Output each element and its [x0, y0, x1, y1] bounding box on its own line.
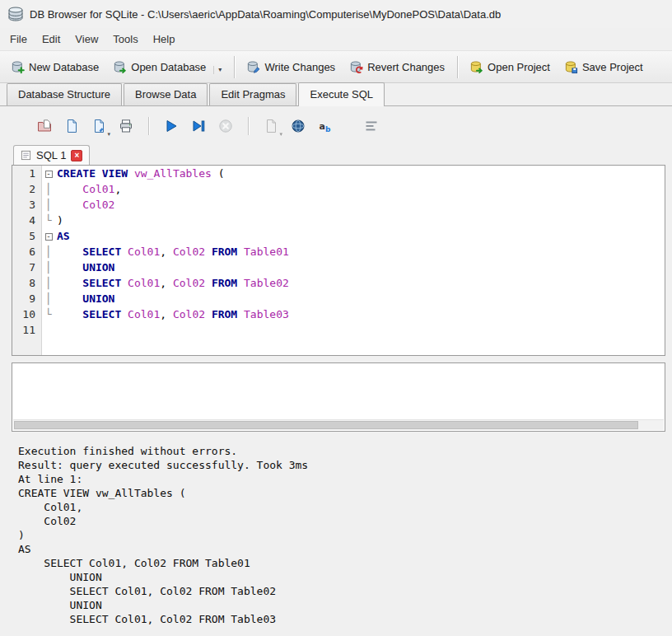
- main-tab-bar: Database StructureBrowse DataEdit Pragma…: [0, 83, 672, 106]
- code-text: [55, 322, 57, 338]
- editor-line[interactable]: 3│ Col02: [12, 197, 665, 213]
- execute-all-button[interactable]: [160, 115, 183, 137]
- log-line: Execution finished without errors.: [18, 444, 659, 458]
- code-text: UNION: [55, 291, 114, 306]
- open-project-icon: [469, 60, 483, 74]
- open-database-icon: [113, 60, 127, 74]
- menu-edit[interactable]: Edit: [35, 30, 68, 49]
- line-number: 10: [12, 306, 42, 322]
- format-sql-button[interactable]: [360, 115, 383, 137]
- log-line: Result: query executed successfully. Too…: [18, 458, 659, 472]
- save-project-icon: [564, 60, 578, 74]
- fold-marker: │: [42, 197, 55, 213]
- save-results-button[interactable]: ▾: [259, 115, 282, 137]
- line-number: 1: [12, 166, 42, 181]
- sql-toolbar: ▾▾ab: [7, 110, 667, 143]
- log-line: At line 1:: [18, 472, 659, 486]
- printer-icon: [119, 119, 133, 133]
- save-project-button[interactable]: Save Project: [558, 55, 651, 79]
- code-text: CREATE VIEW vw_AllTables (: [55, 166, 225, 181]
- fold-marker: │: [42, 260, 55, 275]
- code-text: SELECT Col01, Col02 FROM Table01: [55, 244, 289, 260]
- sql-tab[interactable]: SQL 1 ×: [13, 145, 90, 165]
- save-sql-file-button[interactable]: [60, 115, 83, 137]
- code-text: UNION: [55, 260, 114, 275]
- editor-line[interactable]: 2│ Col01,: [12, 181, 665, 197]
- fold-marker: [42, 322, 55, 338]
- menu-help[interactable]: Help: [146, 30, 183, 49]
- close-tab-icon[interactable]: ×: [71, 150, 82, 161]
- tab-browse-data[interactable]: Browse Data: [124, 83, 208, 105]
- stop-button[interactable]: [214, 115, 237, 137]
- execute-sql-panel: ▾▾ab SQL 1 × 1-CREATE VIEW vw_AllTables …: [0, 106, 672, 632]
- print-button[interactable]: [114, 115, 138, 137]
- editor-line[interactable]: 8│ SELECT Col01, Col02 FROM Table02: [12, 275, 665, 291]
- scrollbar-thumb[interactable]: [14, 421, 638, 429]
- window-title: DB Browser for SQLite - C:\Users\aeric\A…: [30, 8, 501, 21]
- fold-marker: └: [42, 213, 55, 228]
- autocomplete-button[interactable]: ab: [314, 115, 337, 137]
- fold-marker: │: [42, 291, 55, 306]
- log-line: UNION: [18, 598, 659, 612]
- open-project-button[interactable]: Open Project: [463, 55, 558, 79]
- attach-database-button[interactable]: [287, 115, 310, 137]
- line-number: 8: [12, 275, 42, 291]
- open-sql-file-button[interactable]: [33, 115, 56, 137]
- fold-marker: │: [42, 275, 55, 291]
- fold-marker: │: [42, 244, 55, 260]
- menu-tools[interactable]: Tools: [105, 30, 145, 49]
- fold-marker[interactable]: -: [42, 228, 55, 244]
- revert-changes-icon: [349, 60, 363, 74]
- menu-view[interactable]: View: [68, 30, 105, 49]
- open-file-icon: [37, 119, 52, 133]
- horizontal-scrollbar[interactable]: [13, 419, 664, 430]
- editor-line[interactable]: 9│ UNION: [12, 291, 665, 306]
- dropdown-arrow-icon[interactable]: ▾: [213, 66, 222, 74]
- export-results-icon: [264, 119, 278, 133]
- open-database-button[interactable]: Open Database▾: [106, 55, 229, 79]
- tab-edit-pragmas[interactable]: Edit Pragmas: [209, 83, 296, 105]
- menu-file[interactable]: File: [2, 30, 35, 49]
- save-as-icon: [91, 119, 106, 133]
- log-line: AS: [18, 542, 659, 556]
- dropdown-arrow-icon[interactable]: ▾: [279, 131, 282, 138]
- editor-line[interactable]: 6│ SELECT Col01, Col02 FROM Table01: [12, 244, 665, 260]
- log-line: UNION: [18, 570, 659, 584]
- editor-line[interactable]: 5-AS: [12, 228, 665, 244]
- tab-database-structure[interactable]: Database Structure: [7, 83, 122, 105]
- app-icon: [7, 6, 24, 22]
- new-database-button[interactable]: New Database: [4, 55, 106, 79]
- save-sql-as-button[interactable]: ▾: [87, 115, 110, 137]
- editor-line[interactable]: 1-CREATE VIEW vw_AllTables (: [12, 166, 665, 181]
- revert-changes-label: Revert Changes: [367, 61, 445, 73]
- editor-line[interactable]: 7│ UNION: [12, 260, 665, 275]
- fold-marker[interactable]: -: [42, 166, 55, 181]
- execution-log[interactable]: Execution finished without errors.Result…: [12, 438, 665, 632]
- execute-current-line-button[interactable]: [187, 115, 210, 137]
- fold-collapse-icon[interactable]: -: [45, 171, 53, 178]
- editor-line[interactable]: 11: [12, 322, 665, 338]
- log-line: SELECT Col01, Col02 FROM Table03: [18, 612, 659, 626]
- sql-document-icon: [21, 150, 31, 161]
- sql-tab-label: SQL 1: [36, 149, 66, 161]
- revert-changes-button[interactable]: Revert Changes: [343, 55, 452, 79]
- write-changes-button[interactable]: Write Changes: [240, 55, 343, 79]
- save-project-label: Save Project: [582, 61, 643, 73]
- line-number: 3: [12, 197, 42, 213]
- results-grid[interactable]: [12, 362, 665, 432]
- fold-collapse-icon[interactable]: -: [45, 233, 53, 241]
- code-text: Col02: [55, 197, 114, 213]
- code-text: SELECT Col01, Col02 FROM Table02: [55, 275, 289, 291]
- new-database-icon: [11, 60, 25, 74]
- tab-execute-sql[interactable]: Execute SQL: [298, 82, 385, 106]
- dropdown-arrow-icon[interactable]: ▾: [107, 131, 110, 138]
- fold-marker: └: [42, 306, 55, 322]
- log-line: Col01,: [18, 500, 659, 514]
- app-window: DB Browser for SQLite - C:\Users\aeric\A…: [0, 0, 672, 632]
- editor-line[interactable]: 4└): [12, 213, 665, 228]
- line-number: 7: [12, 260, 42, 275]
- play-to-line-icon: [191, 119, 206, 133]
- stop-icon: [218, 119, 233, 133]
- sql-editor[interactable]: 1-CREATE VIEW vw_AllTables (2│ Col01,3│ …: [12, 165, 665, 356]
- editor-line[interactable]: 10└ SELECT Col01, Col02 FROM Table03: [12, 306, 665, 322]
